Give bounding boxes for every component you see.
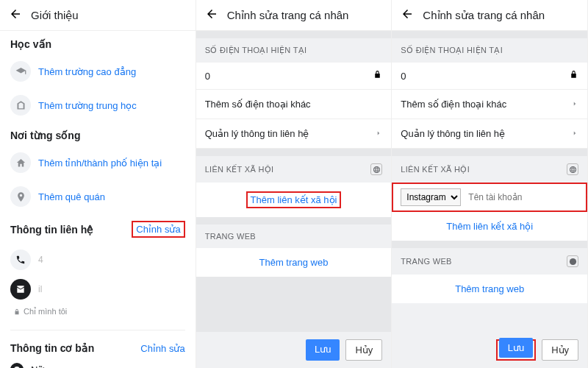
add-social-link-label: Thêm liên kết xã hội [251, 194, 337, 205]
section-places: Nơi từng sống [0, 122, 196, 146]
globe-privacy-icon[interactable] [370, 163, 382, 175]
add-other-phone-label: Thêm số điện thoại khác [205, 99, 311, 110]
gender-value: Nữ [31, 364, 43, 369]
lock-icon [569, 70, 578, 82]
edit-contact-link[interactable]: Chỉnh sửa [136, 224, 180, 235]
website-section-label: TRANG WEB [392, 248, 587, 275]
section-basic-info: Thông tin cơ bản [10, 342, 94, 354]
email-line: il [10, 275, 185, 304]
add-social-link-row[interactable]: Thêm liên kết xã hội [196, 183, 392, 217]
back-arrow-icon[interactable] [401, 7, 414, 23]
globe-privacy-icon[interactable] [567, 255, 578, 267]
gray-fill [392, 303, 587, 332]
website-section-label: TRANG WEB [196, 224, 392, 248]
lock-icon [373, 70, 382, 82]
phone-value: 0 [401, 71, 406, 82]
phone-value-row[interactable]: 0 [392, 63, 587, 90]
gray-separator [196, 149, 392, 156]
gray-separator [196, 31, 392, 38]
person-icon [10, 363, 24, 368]
add-other-phone-row[interactable]: Thêm số điện thoại khác [196, 90, 392, 119]
header: Chỉnh sửa trang cá nhân [392, 0, 587, 31]
social-links-section-label: LIÊN KẾT XÃ HỘI [392, 156, 587, 183]
contact-header-row: Thông tin liên hệ Chỉnh sửa [0, 213, 196, 242]
save-button[interactable]: Lưu [499, 338, 533, 358]
add-highschool-row[interactable]: Thêm trường trung học [0, 88, 196, 122]
header: Giới thiệu [0, 0, 196, 31]
edit-basic-info-link[interactable]: Chỉnh sửa [140, 343, 184, 354]
header-title: Giới thiệu [31, 9, 79, 22]
header: Chỉnh sửa trang cá nhân [196, 0, 392, 31]
manage-contact-label: Quản lý thông tin liên hệ [205, 128, 309, 139]
header-title: Chỉnh sửa trang cá nhân [227, 9, 349, 22]
current-phone-section-label: SỐ ĐIỆN THOẠI HIỆN TẠI [196, 38, 392, 63]
gender-row: Nữ [0, 358, 196, 368]
basic-info-header-row: Thông tin cơ bản Chỉnh sửa [0, 335, 196, 358]
contact-block: 4 il Chỉ mình tôi [0, 242, 196, 325]
back-arrow-icon[interactable] [9, 7, 22, 23]
section-education: Học vấn [0, 31, 196, 54]
phone-value: 0 [205, 71, 210, 82]
phone-value-row[interactable]: 0 [196, 63, 392, 90]
manage-contact-row[interactable]: Quản lý thông tin liên hệ [196, 119, 392, 149]
header-title: Chỉnh sửa trang cá nhân [423, 9, 545, 22]
phone-icon [10, 250, 31, 270]
button-row: Lưu Hủy [392, 332, 587, 368]
add-hometown-row[interactable]: Thêm quê quán [0, 180, 196, 213]
edit-highlight: Chỉnh sửa [132, 221, 184, 238]
add-social-link-highlight: Thêm liên kết xã hội [246, 191, 342, 208]
gray-fill [196, 277, 392, 332]
gray-separator [392, 31, 587, 38]
school-icon [10, 95, 31, 116]
location-pin-icon [10, 186, 31, 207]
add-hometown-label: Thêm quê quán [38, 191, 105, 202]
button-row: Lưu Hủy [196, 332, 392, 368]
save-highlight: Lưu [496, 339, 536, 361]
phone-masked: 4 [38, 255, 43, 265]
social-links-section-label: LIÊN KẾT XÃ HỘI [196, 156, 392, 183]
gray-separator [392, 149, 587, 156]
panel-edit-profile-2: Chỉnh sửa trang cá nhân SỐ ĐIỆN THOẠI HI… [392, 0, 588, 368]
add-website-label: Thêm trang web [455, 283, 524, 294]
add-other-phone-row[interactable]: Thêm số điện thoại khác [392, 90, 587, 119]
add-social-link-label: Thêm liên kết xã hội [446, 221, 533, 232]
add-other-phone-label: Thêm số điện thoại khác [401, 99, 506, 110]
social-input-highlight: Instagram ✕ [392, 183, 587, 212]
home-icon [10, 152, 31, 173]
globe-privacy-icon[interactable] [567, 163, 578, 175]
section-contact: Thông tin liên hệ [10, 224, 93, 236]
social-network-select[interactable]: Instagram [401, 188, 461, 206]
social-input-row: Instagram ✕ [393, 184, 586, 210]
chevron-right-icon [375, 128, 382, 139]
add-website-row[interactable]: Thêm trang web [392, 275, 587, 303]
chevron-right-icon [571, 99, 578, 110]
panel-intro: Giới thiệu Học vấn Thêm trường cao đẳng … [0, 0, 196, 368]
manage-contact-label: Quản lý thông tin liên hệ [401, 128, 505, 139]
current-phone-section-label: SỐ ĐIỆN THOẠI HIỆN TẠI [392, 38, 587, 63]
mail-icon [10, 279, 31, 300]
cancel-button[interactable]: Hủy [542, 339, 578, 361]
chevron-right-icon [571, 128, 578, 139]
cancel-button[interactable]: Hủy [345, 339, 382, 361]
divider [10, 330, 185, 330]
panel-edit-profile-1: Chỉnh sửa trang cá nhân SỐ ĐIỆN THOẠI HI… [196, 0, 392, 368]
graduation-cap-icon [10, 61, 31, 82]
add-college-label: Thêm trường cao đẳng [38, 66, 136, 77]
save-button[interactable]: Lưu [306, 339, 340, 361]
add-social-link-row[interactable]: Thêm liên kết xã hội [392, 212, 587, 241]
privacy-label: Chỉ mình tôi [24, 307, 67, 316]
privacy-only-me: Chỉ mình tôi [10, 307, 185, 316]
email-masked: il [38, 284, 42, 294]
add-website-label: Thêm trang web [259, 257, 329, 268]
add-college-row[interactable]: Thêm trường cao đẳng [0, 54, 196, 88]
manage-contact-row[interactable]: Quản lý thông tin liên hệ [392, 119, 587, 149]
account-name-input[interactable] [465, 189, 581, 205]
gray-separator [196, 217, 392, 224]
add-highschool-label: Thêm trường trung học [38, 100, 137, 111]
back-arrow-icon[interactable] [205, 7, 218, 23]
add-website-row[interactable]: Thêm trang web [196, 248, 392, 277]
add-current-city-row[interactable]: Thêm tỉnh/thành phố hiện tại [0, 146, 196, 180]
phone-line: 4 [10, 245, 185, 275]
add-current-city-label: Thêm tỉnh/thành phố hiện tại [38, 158, 162, 169]
gray-separator [392, 241, 587, 248]
